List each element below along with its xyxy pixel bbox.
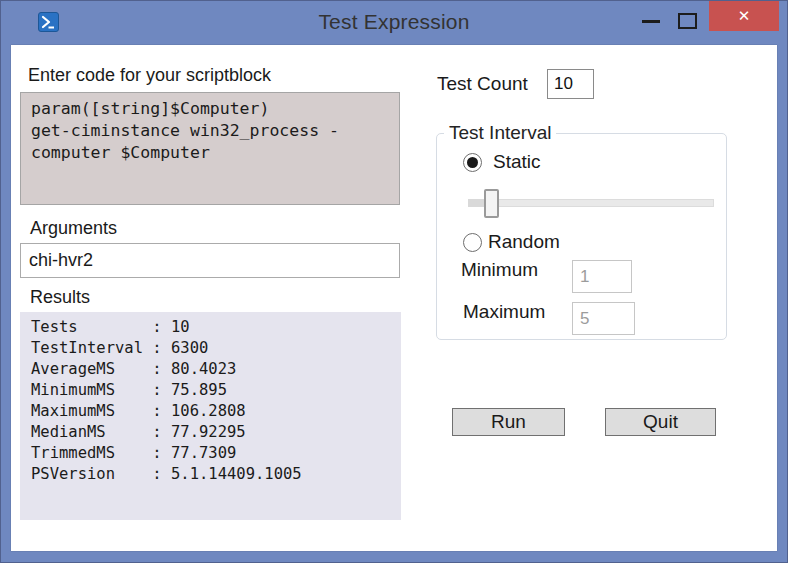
static-radio-label: Static: [493, 151, 541, 173]
random-radio-label: Random: [488, 231, 560, 253]
results-label: Results: [30, 287, 90, 308]
client-area: Enter code for your scriptblock param([s…: [11, 45, 777, 551]
slider-thumb[interactable]: [484, 189, 499, 218]
arguments-label: Arguments: [30, 218, 117, 239]
scriptblock-code: param([string]$Computer) get-ciminstance…: [21, 93, 399, 169]
window-title: Test Expression: [1, 10, 787, 34]
minimum-label: Minimum: [461, 259, 538, 281]
random-radio[interactable]: [463, 233, 482, 252]
test-count-label: Test Count: [437, 73, 528, 95]
scriptblock-label: Enter code for your scriptblock: [28, 65, 271, 86]
maximize-button[interactable]: [678, 13, 697, 29]
close-button[interactable]: ✕: [709, 1, 779, 31]
arguments-input[interactable]: [20, 243, 400, 278]
results-box: Tests : 10 TestInterval : 6300 AverageMS…: [20, 312, 401, 520]
run-button[interactable]: Run: [452, 408, 565, 436]
static-radio[interactable]: [463, 153, 482, 172]
title-bar: Test Expression ✕: [1, 1, 787, 45]
quit-button[interactable]: Quit: [605, 408, 716, 436]
interval-slider: [468, 189, 714, 219]
app-window: Test Expression ✕ Enter code for your sc…: [0, 0, 788, 563]
results-text: Tests : 10 TestInterval : 6300 AverageMS…: [20, 312, 401, 490]
test-count-input[interactable]: [547, 69, 594, 99]
close-icon: ✕: [738, 7, 751, 25]
test-interval-group-label: Test Interval: [444, 122, 556, 144]
minimize-button[interactable]: [642, 20, 660, 23]
slider-track[interactable]: [468, 199, 714, 207]
maximum-label: Maximum: [463, 301, 545, 323]
maximum-input[interactable]: [572, 302, 635, 335]
minimum-input[interactable]: [572, 260, 632, 293]
scriptblock-textbox[interactable]: param([string]$Computer) get-ciminstance…: [20, 92, 400, 205]
